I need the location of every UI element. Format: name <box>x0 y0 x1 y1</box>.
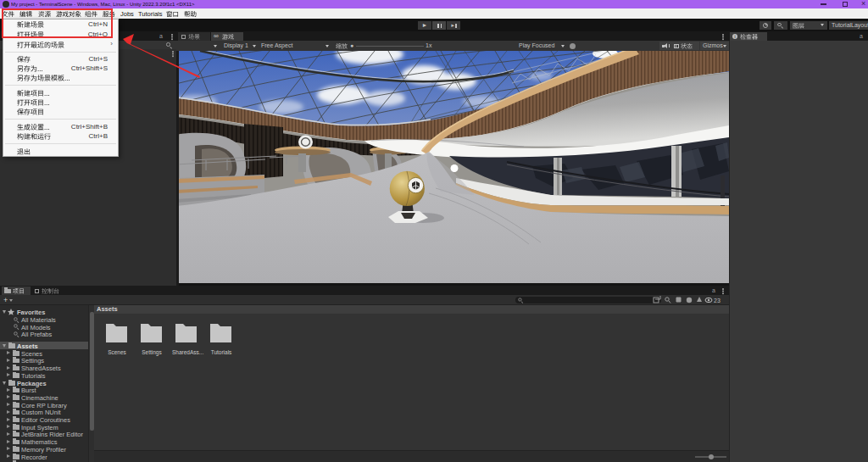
svg-text:23: 23 <box>714 298 721 303</box>
